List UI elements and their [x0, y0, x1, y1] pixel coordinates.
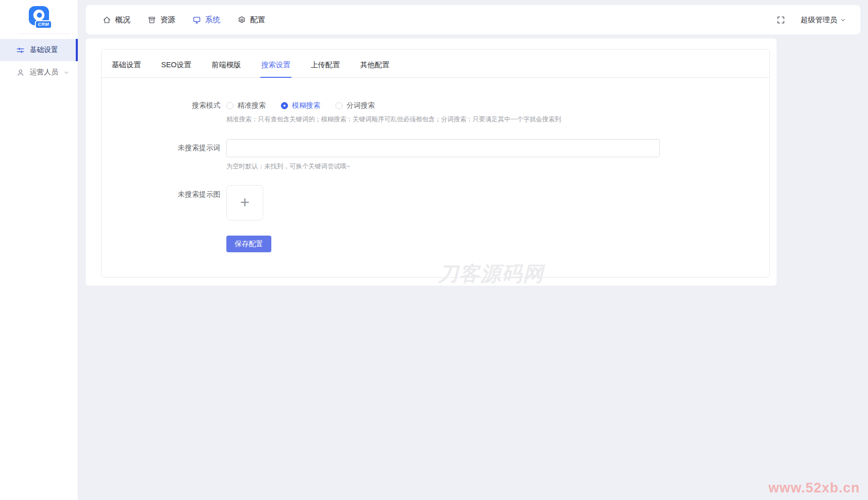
- archive-box-icon: [148, 16, 156, 24]
- plus-icon: +: [240, 194, 250, 210]
- no-result-text-label: 未搜索提示词: [102, 144, 220, 153]
- topnav-label: 配置: [250, 15, 265, 25]
- radio-label: 模糊搜索: [292, 101, 320, 110]
- logo-brand-text: CRM: [35, 20, 52, 29]
- sidebar-item-label: 基础设置: [30, 46, 58, 55]
- topnav-item-overview[interactable]: 概况: [103, 15, 130, 25]
- monitor-icon: [192, 16, 201, 24]
- top-header: 概况 资源 系统 配置 超级管理员: [86, 5, 860, 34]
- no-result-text-input[interactable]: [226, 139, 660, 157]
- gear-icon: [237, 16, 246, 24]
- save-config-button[interactable]: 保存配置: [226, 236, 271, 252]
- tab-other-config[interactable]: 其他配置: [359, 50, 391, 77]
- topnav-item-resources[interactable]: 资源: [148, 15, 175, 25]
- no-result-image-row: 未搜索提示图 +: [102, 185, 769, 220]
- tab-frontend-template[interactable]: 前端模版: [211, 50, 242, 77]
- radio-label: 分词搜索: [347, 101, 375, 110]
- radio-exact-search[interactable]: 精准搜索: [226, 101, 266, 110]
- chevron-down-icon: [63, 69, 70, 76]
- radio-icon: [335, 102, 343, 109]
- app-logo[interactable]: CRM: [0, 0, 78, 33]
- tab-search-settings[interactable]: 搜索设置: [260, 50, 292, 77]
- topbar-right: 超级管理员: [776, 15, 847, 25]
- tab-upload-config[interactable]: 上传配置: [310, 50, 341, 77]
- radio-icon: [226, 102, 233, 109]
- search-mode-label: 搜索模式: [102, 101, 220, 110]
- top-navigation: 概况 资源 系统 配置: [103, 15, 265, 25]
- search-mode-help-text: 精准搜索：只有查包含关键词的；模糊搜索：关键词顺序可乱但必须都包含；分词搜索：只…: [226, 115, 769, 124]
- chevron-down-icon: [840, 17, 846, 23]
- topnav-label: 资源: [160, 15, 175, 25]
- sidebar-item-operators[interactable]: 运营人员: [0, 61, 78, 83]
- no-result-text-row: 未搜索提示词: [102, 139, 769, 157]
- radio-segmented-search[interactable]: 分词搜索: [335, 101, 375, 110]
- topnav-item-system[interactable]: 系统: [192, 15, 220, 25]
- search-mode-radio-group: 精准搜索 模糊搜索 分词搜索: [226, 101, 375, 110]
- sidebar-item-basic-settings[interactable]: 基础设置: [0, 39, 78, 61]
- sidebar: CRM 基础设置 运营人员: [0, 0, 78, 500]
- settings-tabs: 基础设置 SEO设置 前端模版 搜索设置 上传配置 其他配置: [102, 50, 769, 78]
- corner-watermark: www.52xb.cn: [768, 480, 860, 496]
- content-card: 基础设置 SEO设置 前端模版 搜索设置 上传配置 其他配置 搜索模式 精准搜索…: [86, 38, 777, 286]
- user-icon: [16, 68, 25, 77]
- topnav-item-config[interactable]: 配置: [237, 15, 265, 25]
- fullscreen-icon[interactable]: [776, 15, 786, 25]
- tab-seo-settings[interactable]: SEO设置: [160, 50, 192, 77]
- image-upload-button[interactable]: +: [226, 185, 263, 220]
- user-menu[interactable]: 超级管理员: [801, 15, 847, 25]
- radio-icon-checked: [281, 102, 288, 109]
- crm-logo-icon: CRM: [27, 5, 51, 28]
- search-mode-row: 搜索模式 精准搜索 模糊搜索 分词搜索: [102, 101, 769, 110]
- sidebar-divider: [19, 33, 70, 34]
- sidebar-item-label: 运营人员: [30, 68, 58, 77]
- topnav-label: 概况: [115, 15, 130, 25]
- search-settings-form: 搜索模式 精准搜索 模糊搜索 分词搜索 精准搜索：只有查: [102, 78, 769, 252]
- radio-fuzzy-search[interactable]: 模糊搜索: [281, 101, 320, 110]
- radio-label: 精准搜索: [237, 101, 266, 110]
- settings-panel: 基础设置 SEO设置 前端模版 搜索设置 上传配置 其他配置 搜索模式 精准搜索…: [101, 49, 770, 278]
- topnav-label: 系统: [205, 15, 220, 25]
- no-result-text-help: 为空时默认：未找到，可换个关键词尝试哦~: [226, 162, 769, 171]
- sliders-icon: [16, 46, 25, 55]
- no-result-image-label: 未搜索提示图: [102, 185, 220, 199]
- home-icon: [103, 16, 111, 24]
- sidebar-menu: 基础设置 运营人员: [0, 39, 78, 83]
- user-name: 超级管理员: [801, 15, 838, 25]
- tab-basic-settings[interactable]: 基础设置: [111, 50, 142, 77]
